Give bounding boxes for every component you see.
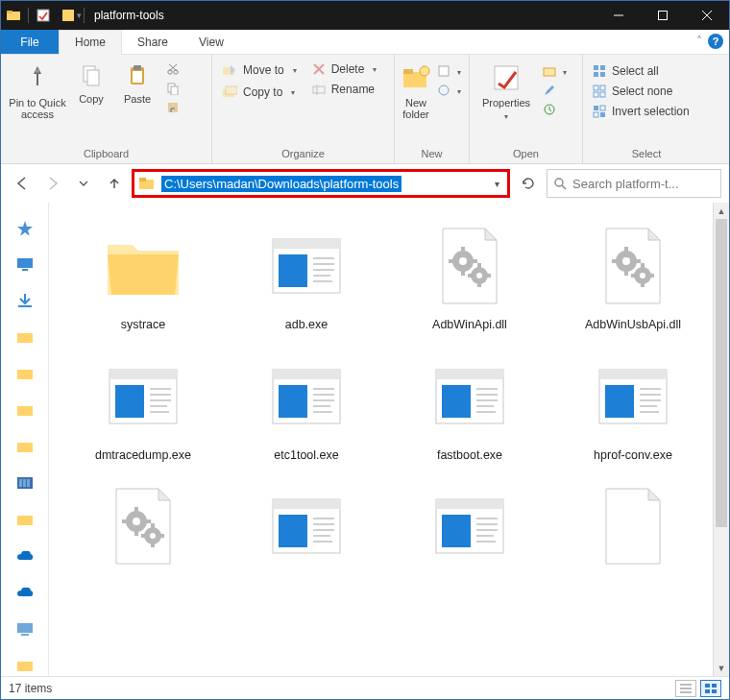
svg-rect-65 [17,623,33,633]
file-item[interactable] [66,480,220,578]
forward-button[interactable] [39,170,66,197]
rename-label: Rename [331,83,375,96]
history-button[interactable] [537,101,572,118]
paste-shortcut-button[interactable] [160,99,185,116]
desktop-icon[interactable] [16,256,34,272]
downloads-icon[interactable] [16,293,34,308]
pin-to-quick-access-button[interactable]: Pin to Quick access [7,59,68,120]
vertical-scrollbar[interactable]: ▲ ▼ [713,203,729,676]
file-item[interactable]: dmtracedump.exe [66,350,220,464]
navigation-pane[interactable] [1,203,49,676]
this-pc-icon[interactable] [16,621,34,637]
file-item[interactable] [393,480,547,578]
file-item[interactable]: hprof-conv.exe [556,350,710,464]
folder-icon[interactable] [16,366,34,381]
svg-point-51 [555,179,563,186]
file-thumbnail [97,480,189,572]
open-icon [543,64,556,78]
svg-rect-35 [544,68,555,76]
open-button[interactable] [537,62,572,80]
select-all-button[interactable]: Select all [589,62,694,80]
file-item[interactable]: systrace [66,220,220,333]
tab-share[interactable]: Share [122,30,183,54]
rename-button[interactable]: Rename [308,81,381,98]
music-icon[interactable] [16,475,34,491]
collapse-ribbon-icon[interactable]: ˄ [696,35,702,48]
copy-path-button[interactable] [160,80,185,97]
file-item[interactable] [230,480,383,578]
easy-access-button[interactable] [431,82,467,99]
scroll-down-button[interactable]: ▼ [714,660,729,676]
tab-view[interactable]: View [183,30,239,54]
help-icon[interactable]: ? [708,34,723,49]
move-to-button[interactable]: Move to [218,60,301,80]
folder-icon[interactable] [16,402,34,418]
pin-label: Pin to Quick access [7,97,68,120]
search-box[interactable]: Search platform-t... [547,169,721,198]
svg-rect-137 [145,519,151,523]
onedrive-icon[interactable] [16,548,34,564]
svg-rect-45 [594,106,598,110]
file-item[interactable] [556,480,710,578]
svg-point-33 [439,85,449,95]
edit-button[interactable] [537,82,572,99]
copy-button[interactable]: Copy [68,59,114,105]
delete-button[interactable]: Delete [308,60,381,78]
close-button[interactable] [685,1,729,30]
delete-label: Delete [331,62,365,76]
file-thumbnail [260,480,353,572]
file-name: hprof-conv.exe [594,448,672,464]
scroll-track[interactable] [714,219,729,660]
folder-icon[interactable] [16,329,34,345]
large-icons-view-button[interactable] [700,680,721,697]
folder-icon[interactable] [16,658,34,673]
new-item-button[interactable] [431,62,467,80]
svg-rect-163 [705,684,710,688]
file-item[interactable]: fastboot.exe [393,350,547,464]
svg-rect-110 [279,385,307,418]
svg-rect-109 [273,370,340,379]
quick-access-icon[interactable] [16,220,34,235]
recent-locations-button[interactable] [70,170,97,197]
file-item[interactable]: AdbWinApi.dll [393,220,547,333]
folder-icon[interactable] [16,439,34,454]
up-button[interactable] [101,170,128,197]
files-pane[interactable]: systraceadb.exeAdbWinApi.dllAdbWinUsbApi… [49,203,729,676]
address-bar[interactable]: C:\Users\madan\Downloads\platform-tools … [132,169,510,198]
refresh-button[interactable] [514,169,543,198]
minimize-button[interactable] [596,1,641,30]
paste-button[interactable]: Paste [114,59,160,105]
address-dropdown-icon[interactable]: ▾ [491,179,503,189]
svg-rect-141 [159,534,164,538]
file-item[interactable]: AdbWinUsbApi.dll [556,220,710,333]
svg-rect-94 [641,263,645,268]
select-none-button[interactable]: Select none [589,83,694,100]
folder-icon [1,8,26,23]
new-folder-button[interactable]: New folder [401,59,431,120]
scroll-thumb[interactable] [716,219,727,527]
details-view-button[interactable] [675,680,696,697]
cut-button[interactable] [160,60,185,78]
file-item[interactable]: adb.exe [230,220,383,333]
file-thumbnail [587,220,679,312]
file-tab[interactable]: File [1,30,59,54]
svg-rect-154 [442,515,471,547]
maximize-button[interactable] [641,1,685,30]
svg-point-87 [476,273,482,278]
tab-home[interactable]: Home [59,30,122,55]
file-item[interactable]: etc1tool.exe [230,350,383,464]
scroll-up-button[interactable]: ▲ [714,203,729,219]
invert-selection-button[interactable]: Invert selection [589,103,694,120]
file-name: AdbWinApi.dll [432,318,507,333]
svg-rect-79 [461,270,465,276]
back-button[interactable] [9,170,36,197]
onedrive-icon[interactable] [16,585,34,600]
properties-button[interactable]: Properties ▾ [475,59,537,121]
folder-icon[interactable] [16,512,34,527]
address-path[interactable]: C:\Users\madan\Downloads\platform-tools [161,176,402,192]
chevron-down-icon[interactable]: ▾ [77,11,82,20]
svg-rect-136 [122,519,128,523]
copy-to-button[interactable]: Copy to [218,83,301,102]
properties-icon[interactable] [31,9,56,22]
file-thumbnail [424,220,516,312]
